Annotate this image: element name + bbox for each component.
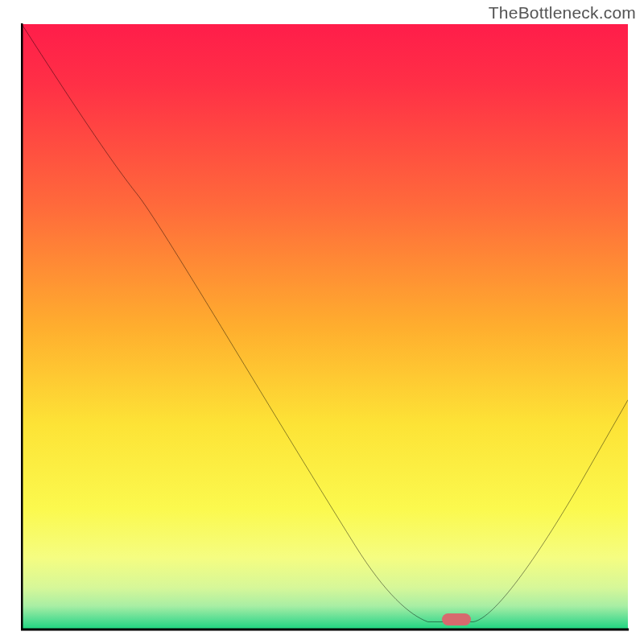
chart-container: TheBottleneck.com (0, 0, 644, 644)
optimal-marker (442, 613, 471, 625)
plot-area (22, 24, 628, 630)
watermark-text: TheBottleneck.com (489, 3, 636, 23)
bottleneck-curve (22, 24, 628, 630)
